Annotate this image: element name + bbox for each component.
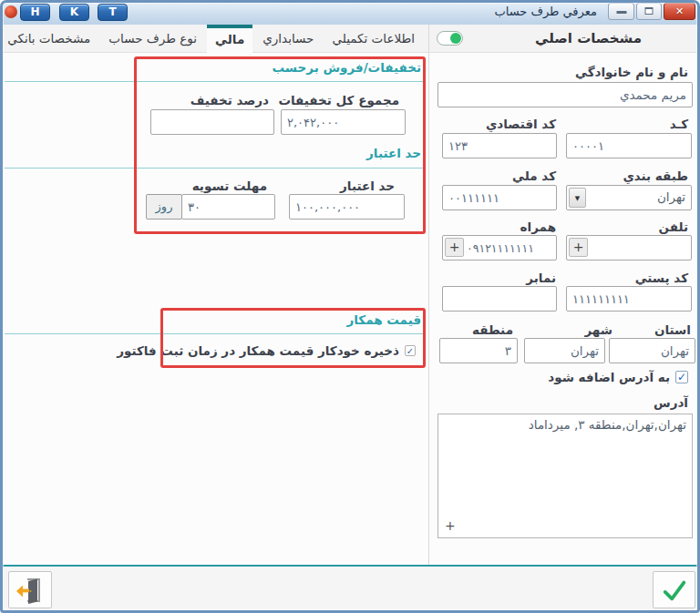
discount-percent-label: درصد تخفيف [190,93,269,107]
tab-accounting[interactable]: حسابداري [254,25,322,53]
code-input [566,133,692,158]
window-title: معرفي طرف حساب [494,5,597,18]
economic-code-label: كد اقتصادي [486,117,556,131]
divider-partner-price [5,333,423,334]
address-textarea[interactable]: تهران,تهران,منطقه ۳, ميرداماد [438,414,693,538]
quick-button-k[interactable]: K [59,4,89,21]
autosave-label: ذخيره خودكار قيمت همكار در زمان ثبت فاكت… [117,343,399,358]
vertical-separator [428,25,429,565]
economic-code-input [442,133,557,158]
national-code-label: كد ملي [512,169,556,183]
fax-field[interactable] [442,286,557,312]
confirm-button[interactable] [653,571,695,608]
national-code-input [442,185,557,210]
address-label: آدرس [654,395,688,410]
postal-code-label: كد پستي [635,271,688,285]
postal-code-field[interactable] [566,286,692,312]
add-to-address-checkbox[interactable]: ✓ [675,371,688,383]
mobile-label: همراه [520,220,556,234]
credit-limit-field[interactable] [289,194,405,220]
credit-limit-label: حد اعتبار [340,179,395,193]
tab-additional-info[interactable]: اطلاعات تكميلي [324,25,423,53]
tab-financial[interactable]: مالي [207,25,252,53]
tab-bank-details[interactable]: مشخصات بانكي [0,25,98,53]
active-toggle[interactable] [437,31,463,46]
settlement-field[interactable] [181,194,275,220]
classification-label: طبقه بندي [623,169,688,183]
discount-percent-field[interactable] [150,109,274,135]
discount-percent-input [150,109,274,135]
phone-label: تلفن [659,220,688,234]
settlement-input [181,194,275,220]
section-title-partner-price: قيمت همكار [347,312,422,327]
code-field[interactable] [566,133,692,158]
address-area: تهران,تهران,منطقه ۳, ميرداماد + [438,414,693,538]
divider-discounts [5,81,423,82]
quick-button-t[interactable]: T [98,4,128,21]
confirm-check-icon [661,577,688,604]
district-input [439,338,518,363]
economic-code-field[interactable] [442,133,557,158]
autosave-checkbox[interactable]: ✓ [405,345,416,356]
tab-strip: اطلاعات تكميلي حسابداري مالي نوع طرف حسا… [0,25,423,53]
classification-value: تهران [657,189,685,204]
maximize-button[interactable] [636,3,662,20]
province-input [609,338,695,363]
autosave-row: ✓ ذخيره خودكار قيمت همكار در زمان ثبت فا… [117,343,416,358]
titlebar: H K T معرفي طرف حساب ✕ [0,0,700,25]
record-indicator-icon [5,5,17,18]
maximize-icon [645,7,654,15]
province-field[interactable] [609,338,695,363]
footer-bar [0,565,700,613]
close-icon: ✕ [675,5,684,17]
total-discounts-label: مجموع كل تخفيفات [278,93,399,107]
section-title-credit: حد اعتبار [366,146,421,160]
full-name-label: نام و نام خانوادگي [575,65,688,79]
city-input [524,338,605,363]
district-field[interactable] [439,338,518,363]
postal-code-input [566,286,692,312]
section-title-discounts: تخفيفات/فروش برحسب [273,60,422,75]
add-to-address-label: به آدرس اضافه شود [548,370,670,384]
district-label: منطقه [472,322,513,337]
full-name-input [438,82,693,107]
chevron-down-icon[interactable]: ▼ [569,188,586,208]
toggle-knob-icon [450,33,461,44]
fax-label: نمابر [526,271,556,285]
minimize-button[interactable] [608,3,634,20]
province-label: استان [654,322,691,337]
mobile-input: + [442,235,557,261]
divider-credit [5,168,423,169]
total-discounts-field[interactable] [281,109,406,135]
full-name-field[interactable] [438,82,693,107]
minimize-icon [616,11,626,14]
settlement-label: مهلت تسويه [192,179,267,193]
total-discounts-input [281,109,406,135]
phone-input: + [566,235,692,261]
credit-limit-input [289,194,405,220]
tab-party-type[interactable]: نوع طرف حساب [100,25,205,53]
exit-door-icon [15,576,45,605]
city-label: شهر [584,322,612,337]
add-to-address-row: ✓ به آدرس اضافه شود [548,370,688,384]
national-code-field[interactable] [442,185,557,210]
add-phone-button[interactable]: + [569,238,588,257]
code-label: كـد [670,117,688,131]
classification-select[interactable]: تهران ▼ [566,185,692,210]
settlement-unit-box: روز [146,194,182,220]
account-party-window: H K T معرفي طرف حساب ✕ مشخصات اصلي اطلاع… [0,0,700,613]
close-button[interactable]: ✕ [664,3,695,20]
quick-button-h[interactable]: H [20,4,50,21]
city-field[interactable] [524,338,605,363]
main-panel-title: مشخصات اصلي [535,30,642,46]
add-mobile-button[interactable]: + [445,238,464,257]
exit-button[interactable] [8,571,52,608]
fax-input [442,286,557,312]
